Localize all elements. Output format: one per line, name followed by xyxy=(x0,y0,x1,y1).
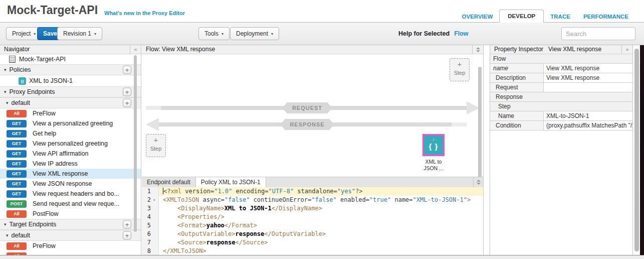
navigator-panel: Navigator « Mock-Target-API▾Policies+{}X… xyxy=(0,45,141,255)
tab-trace[interactable]: TRACE xyxy=(544,11,577,23)
code-line[interactable]: 5 <Format>yahoo</Format> xyxy=(142,221,484,230)
flow-panel: Flow: View XML response + Step REQUEST R… xyxy=(142,45,484,255)
plus-icon: + xyxy=(146,135,165,145)
nav-section-default[interactable]: ▾default+ xyxy=(0,230,141,241)
tab-develop[interactable]: DEVELOP xyxy=(499,10,544,23)
xml-to-json-policy-node[interactable]: ↓ { } xyxy=(422,134,445,156)
fold-arrow-icon[interactable]: ▾ xyxy=(151,196,158,204)
code-line[interactable]: 7 <Source>response</Source> xyxy=(142,238,484,247)
add-step-button-response[interactable]: + Step xyxy=(146,134,166,157)
nav-item-label: View personalized greeting xyxy=(33,140,108,147)
background-window-edge xyxy=(640,15,644,259)
add-step-button-request[interactable]: + Step xyxy=(450,58,470,81)
revision-menu-button[interactable]: Revision 1 ▾ xyxy=(57,27,102,40)
nav-item-label: View request headers and bo... xyxy=(33,190,119,197)
tab-performance[interactable]: PERFORMANCE xyxy=(577,11,635,23)
code-line[interactable]: 2▾<XMLToJSON async="false" continueOnErr… xyxy=(142,196,484,204)
nav-item-postflow[interactable]: AllPostFlow xyxy=(0,209,141,219)
line-number-gutter: 2▾ xyxy=(142,196,159,204)
whats-new-link[interactable]: What's new in the Proxy Editor xyxy=(104,10,185,16)
inspector-row-description: DescriptionView XML response xyxy=(490,73,632,83)
response-arrowhead-icon xyxy=(146,118,159,131)
nav-section-proxy-endpoints[interactable]: ▾Proxy Endpoints+ xyxy=(0,86,141,97)
nav-item-view-personalized-greeting[interactable]: GETView personalized greeting xyxy=(0,139,141,149)
nav-item-xml-to-json-1[interactable]: {}XML to JSON-1 xyxy=(0,75,141,86)
add-button[interactable]: + xyxy=(123,220,131,229)
nav-item-preflow[interactable]: AllPreFlow xyxy=(0,108,141,118)
project-menu-button[interactable]: Project ▾ xyxy=(6,27,42,40)
deployment-menu-button[interactable]: Deployment ▾ xyxy=(230,27,279,40)
flow-scrollbar[interactable] xyxy=(478,67,482,180)
inspector-field-value[interactable]: XML-to-JSON-1 xyxy=(544,111,632,120)
inspector-field-value[interactable]: (proxy.pathsuffix MatchesPath "/x xyxy=(544,121,632,130)
code-content: <Source>response</Source> xyxy=(159,238,484,247)
tab-overview[interactable]: OVERVIEW xyxy=(456,11,500,23)
inspector-field-value[interactable]: View XML response xyxy=(544,64,632,73)
editor-tab-endpoint-default[interactable]: Endpoint default xyxy=(142,177,196,187)
add-button[interactable]: + xyxy=(123,231,131,240)
nav-item-view-request-headers-and-bo[interactable]: GETView request headers and bo... xyxy=(0,189,141,199)
method-badge: All xyxy=(7,242,27,250)
code-line[interactable]: 6 <OutputVariable>response</OutputVariab… xyxy=(142,230,484,238)
nav-section-default[interactable]: ▾default+ xyxy=(0,97,141,108)
nav-item-label: View XML response xyxy=(33,170,88,177)
line-number: 3 xyxy=(142,204,151,213)
code-line[interactable]: 1<?xml version="1.0" encoding="UTF-8" st… xyxy=(142,187,484,196)
collapse-panel-icon[interactable]: « xyxy=(130,45,141,54)
nav-item-view-api-affirmation[interactable]: GETView API affirmation xyxy=(0,149,141,159)
fold-spacer xyxy=(151,204,158,213)
page-scrollbar-thumb[interactable] xyxy=(634,49,639,251)
fold-spacer xyxy=(151,187,158,196)
nav-item-send-request-and-view-reque[interactable]: POSTSend request and view reque... xyxy=(0,199,141,209)
code-line[interactable]: 8</XMLToJSON> xyxy=(142,247,484,255)
nav-item-view-a-personalized-greeting[interactable]: GETView a personalized greeting xyxy=(0,118,141,128)
add-button[interactable]: + xyxy=(123,66,131,74)
line-number: 1 xyxy=(142,187,151,196)
inspector-section-label: Step xyxy=(490,103,511,110)
nav-item-label: View API affirmation xyxy=(33,150,88,157)
chevron-down-icon: ▾ xyxy=(222,32,224,36)
step-label: Step xyxy=(450,69,469,76)
nav-item-view-json-response[interactable]: GETView JSON response xyxy=(0,179,141,189)
line-number: 5 xyxy=(142,221,151,230)
chevron-down-icon: ▾ xyxy=(6,100,9,105)
line-number-gutter: 6 xyxy=(142,230,159,238)
inspector-field-label: Condition xyxy=(490,121,544,130)
code-line[interactable]: 4 <Properties/> xyxy=(142,213,484,221)
add-button[interactable]: + xyxy=(123,99,131,107)
save-button-label: Save xyxy=(43,30,57,37)
policy-node-label: XML to JSON ... xyxy=(415,159,452,172)
nav-item-label: Send request and view reque... xyxy=(33,200,119,207)
nav-item-view-xml-response[interactable]: GETView XML response xyxy=(0,169,141,179)
editor-resize-icon[interactable] xyxy=(473,177,484,187)
method-badge: GET xyxy=(7,150,27,158)
inspector-field-value[interactable] xyxy=(544,83,632,92)
flow-resize-icon[interactable] xyxy=(472,45,483,54)
nav-item-label: PostFlow xyxy=(33,210,58,217)
fold-spacer xyxy=(151,230,158,238)
expand-panel-icon[interactable]: » xyxy=(621,45,632,54)
tools-menu-button[interactable]: Tools ▾ xyxy=(198,27,230,40)
revision-menu-label: Revision 1 xyxy=(63,30,91,37)
code-content: </XMLToJSON> xyxy=(159,247,484,255)
add-button[interactable]: + xyxy=(123,88,131,96)
nav-section-target-endpoints[interactable]: ▾Target Endpoints+ xyxy=(0,219,141,230)
page-scrollbar-track xyxy=(633,45,640,255)
help-for-selected-label: Help for Selected xyxy=(398,30,450,37)
editor-tab-policy-xml-to-json-1[interactable]: Policy XML to JSON-1 xyxy=(196,177,266,187)
help-flow-link[interactable]: Flow xyxy=(454,30,468,37)
code-area[interactable]: 1<?xml version="1.0" encoding="UTF-8" st… xyxy=(142,187,484,255)
nav-item-mock-target-api[interactable]: Mock-Target-API xyxy=(0,54,141,64)
code-line[interactable]: 3 <DisplayName>XML to JSON-1</DisplayNam… xyxy=(142,204,484,213)
nav-item-get-help[interactable]: GETGet help xyxy=(0,128,141,139)
navigator-scrollbar[interactable] xyxy=(134,55,137,232)
nav-item-preflow[interactable]: AllPreFlow xyxy=(0,241,141,251)
nav-section-label: Policies xyxy=(10,66,31,73)
nav-section-label: default xyxy=(12,99,31,106)
nav-section-policies[interactable]: ▾Policies+ xyxy=(0,64,141,75)
nav-item-clipped[interactable]: All xyxy=(0,251,141,255)
search-input[interactable] xyxy=(561,27,635,40)
property-inspector-subtitle: View XML response xyxy=(548,46,601,53)
inspector-field-value[interactable]: View XML response xyxy=(544,73,632,82)
nav-item-view-ip-address[interactable]: GETView IP address xyxy=(0,159,141,169)
